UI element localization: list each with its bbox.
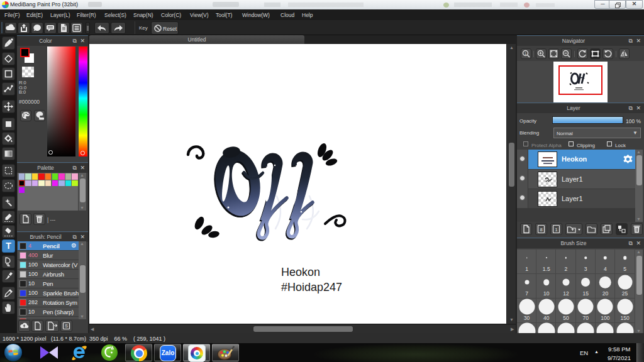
svg-text:S: S	[65, 324, 68, 328]
svg-text:1: 1	[525, 52, 526, 55]
svg-text:8: 8	[540, 227, 542, 233]
svg-text:1: 1	[555, 227, 557, 233]
